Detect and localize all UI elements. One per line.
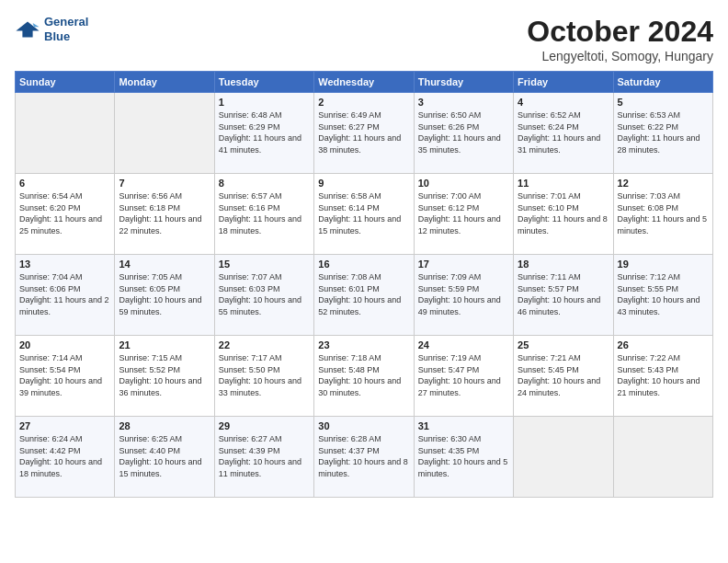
- day-number: 13: [19, 259, 110, 270]
- calendar-cell: 31Sunrise: 6:30 AM Sunset: 4:35 PM Dayli…: [414, 417, 513, 498]
- calendar-week: 6Sunrise: 6:54 AM Sunset: 6:20 PM Daylig…: [16, 174, 713, 255]
- day-info: Sunrise: 6:50 AM Sunset: 6:26 PM Dayligh…: [418, 109, 509, 155]
- day-info: Sunrise: 7:15 AM Sunset: 5:52 PM Dayligh…: [119, 352, 210, 398]
- day-info: Sunrise: 7:11 AM Sunset: 5:57 PM Dayligh…: [518, 271, 609, 317]
- day-info: Sunrise: 6:25 AM Sunset: 4:40 PM Dayligh…: [119, 433, 210, 479]
- day-info: Sunrise: 6:48 AM Sunset: 6:29 PM Dayligh…: [219, 109, 310, 155]
- day-number: 24: [418, 339, 509, 350]
- day-number: 17: [418, 259, 509, 270]
- calendar-cell: 12Sunrise: 7:03 AM Sunset: 6:08 PM Dayli…: [613, 174, 712, 255]
- day-number: 12: [618, 178, 709, 189]
- day-info: Sunrise: 7:14 AM Sunset: 5:54 PM Dayligh…: [19, 352, 110, 398]
- day-info: Sunrise: 7:03 AM Sunset: 6:08 PM Dayligh…: [618, 190, 709, 236]
- day-number: 28: [119, 420, 210, 431]
- day-info: Sunrise: 7:19 AM Sunset: 5:47 PM Dayligh…: [418, 352, 509, 398]
- calendar-table: SundayMondayTuesdayWednesdayThursdayFrid…: [15, 71, 713, 498]
- calendar-week: 13Sunrise: 7:04 AM Sunset: 6:06 PM Dayli…: [16, 255, 713, 336]
- day-number: 27: [19, 420, 110, 431]
- day-header: Sunday: [16, 72, 115, 93]
- day-info: Sunrise: 7:08 AM Sunset: 6:01 PM Dayligh…: [318, 271, 409, 317]
- calendar-week: 1Sunrise: 6:48 AM Sunset: 6:29 PM Daylig…: [16, 93, 713, 174]
- calendar-cell: 6Sunrise: 6:54 AM Sunset: 6:20 PM Daylig…: [16, 174, 115, 255]
- calendar-cell: 7Sunrise: 6:56 AM Sunset: 6:18 PM Daylig…: [115, 174, 214, 255]
- day-info: Sunrise: 7:21 AM Sunset: 5:45 PM Dayligh…: [518, 352, 609, 398]
- day-info: Sunrise: 6:54 AM Sunset: 6:20 PM Dayligh…: [19, 190, 110, 236]
- day-number: 16: [318, 259, 409, 270]
- day-info: Sunrise: 7:07 AM Sunset: 6:03 PM Dayligh…: [219, 271, 310, 317]
- calendar-cell: 3Sunrise: 6:50 AM Sunset: 6:26 PM Daylig…: [414, 93, 513, 174]
- calendar-cell: 29Sunrise: 6:27 AM Sunset: 4:39 PM Dayli…: [214, 417, 313, 498]
- day-number: 19: [618, 259, 709, 270]
- calendar-cell: 18Sunrise: 7:11 AM Sunset: 5:57 PM Dayli…: [514, 255, 613, 336]
- calendar-cell: 19Sunrise: 7:12 AM Sunset: 5:55 PM Dayli…: [613, 255, 712, 336]
- day-number: 31: [418, 420, 509, 431]
- calendar-cell: 24Sunrise: 7:19 AM Sunset: 5:47 PM Dayli…: [414, 336, 513, 417]
- day-header: Saturday: [613, 72, 712, 93]
- calendar-cell: 10Sunrise: 7:00 AM Sunset: 6:12 PM Dayli…: [414, 174, 513, 255]
- day-number: 10: [418, 178, 509, 189]
- svg-marker-1: [33, 23, 40, 27]
- day-header: Thursday: [414, 72, 513, 93]
- calendar-cell: 30Sunrise: 6:28 AM Sunset: 4:37 PM Dayli…: [314, 417, 414, 498]
- calendar-cell: 15Sunrise: 7:07 AM Sunset: 6:03 PM Dayli…: [214, 255, 313, 336]
- day-info: Sunrise: 6:58 AM Sunset: 6:14 PM Dayligh…: [318, 190, 409, 236]
- day-info: Sunrise: 6:57 AM Sunset: 6:16 PM Dayligh…: [219, 190, 310, 236]
- day-header: Tuesday: [214, 72, 313, 93]
- day-info: Sunrise: 6:28 AM Sunset: 4:37 PM Dayligh…: [318, 433, 409, 479]
- day-header: Wednesday: [314, 72, 414, 93]
- day-info: Sunrise: 7:00 AM Sunset: 6:12 PM Dayligh…: [418, 190, 509, 236]
- calendar-cell: 11Sunrise: 7:01 AM Sunset: 6:10 PM Dayli…: [514, 174, 613, 255]
- day-number: 25: [518, 339, 609, 350]
- svg-marker-0: [16, 21, 39, 37]
- day-number: 5: [618, 97, 709, 108]
- day-header: Monday: [115, 72, 214, 93]
- day-number: 23: [318, 339, 409, 350]
- day-number: 9: [318, 178, 409, 189]
- day-info: Sunrise: 7:22 AM Sunset: 5:43 PM Dayligh…: [618, 352, 709, 398]
- calendar-cell: 26Sunrise: 7:22 AM Sunset: 5:43 PM Dayli…: [613, 336, 712, 417]
- day-info: Sunrise: 7:01 AM Sunset: 6:10 PM Dayligh…: [518, 190, 609, 236]
- logo: General Blue: [15, 15, 88, 43]
- day-number: 29: [219, 420, 310, 431]
- calendar-cell: 17Sunrise: 7:09 AM Sunset: 5:59 PM Dayli…: [414, 255, 513, 336]
- day-number: 18: [518, 259, 609, 270]
- day-info: Sunrise: 7:09 AM Sunset: 5:59 PM Dayligh…: [418, 271, 509, 317]
- day-info: Sunrise: 6:49 AM Sunset: 6:27 PM Dayligh…: [318, 109, 409, 155]
- logo-icon: [15, 17, 40, 42]
- day-number: 21: [119, 339, 210, 350]
- month-title: October 2024: [527, 15, 713, 49]
- day-number: 30: [318, 420, 409, 431]
- calendar-cell: 9Sunrise: 6:58 AM Sunset: 6:14 PM Daylig…: [314, 174, 414, 255]
- location: Lengyeltoti, Somogy, Hungary: [527, 49, 713, 63]
- day-number: 22: [219, 339, 310, 350]
- day-header: Friday: [514, 72, 613, 93]
- day-number: 1: [219, 97, 310, 108]
- calendar-cell: 28Sunrise: 6:25 AM Sunset: 4:40 PM Dayli…: [115, 417, 214, 498]
- day-number: 4: [518, 97, 609, 108]
- calendar-cell: 4Sunrise: 6:52 AM Sunset: 6:24 PM Daylig…: [514, 93, 613, 174]
- day-number: 14: [119, 259, 210, 270]
- day-info: Sunrise: 6:30 AM Sunset: 4:35 PM Dayligh…: [418, 433, 509, 479]
- day-number: 8: [219, 178, 310, 189]
- calendar-cell: 16Sunrise: 7:08 AM Sunset: 6:01 PM Dayli…: [314, 255, 414, 336]
- day-number: 26: [618, 339, 709, 350]
- day-number: 15: [219, 259, 310, 270]
- day-info: Sunrise: 6:53 AM Sunset: 6:22 PM Dayligh…: [618, 109, 709, 155]
- calendar-cell: 21Sunrise: 7:15 AM Sunset: 5:52 PM Dayli…: [115, 336, 214, 417]
- day-info: Sunrise: 7:05 AM Sunset: 6:05 PM Dayligh…: [119, 271, 210, 317]
- day-number: 6: [19, 178, 110, 189]
- day-info: Sunrise: 6:52 AM Sunset: 6:24 PM Dayligh…: [518, 109, 609, 155]
- day-info: Sunrise: 7:04 AM Sunset: 6:06 PM Dayligh…: [19, 271, 110, 317]
- calendar-week: 27Sunrise: 6:24 AM Sunset: 4:42 PM Dayli…: [16, 417, 713, 498]
- calendar-cell: 22Sunrise: 7:17 AM Sunset: 5:50 PM Dayli…: [214, 336, 313, 417]
- calendar-cell: [115, 93, 214, 174]
- day-number: 3: [418, 97, 509, 108]
- day-number: 11: [518, 178, 609, 189]
- calendar-cell: 8Sunrise: 6:57 AM Sunset: 6:16 PM Daylig…: [214, 174, 313, 255]
- calendar-cell: 14Sunrise: 7:05 AM Sunset: 6:05 PM Dayli…: [115, 255, 214, 336]
- day-info: Sunrise: 7:12 AM Sunset: 5:55 PM Dayligh…: [618, 271, 709, 317]
- day-info: Sunrise: 6:56 AM Sunset: 6:18 PM Dayligh…: [119, 190, 210, 236]
- calendar-cell: 5Sunrise: 6:53 AM Sunset: 6:22 PM Daylig…: [613, 93, 712, 174]
- calendar-cell: 27Sunrise: 6:24 AM Sunset: 4:42 PM Dayli…: [16, 417, 115, 498]
- calendar-cell: 13Sunrise: 7:04 AM Sunset: 6:06 PM Dayli…: [16, 255, 115, 336]
